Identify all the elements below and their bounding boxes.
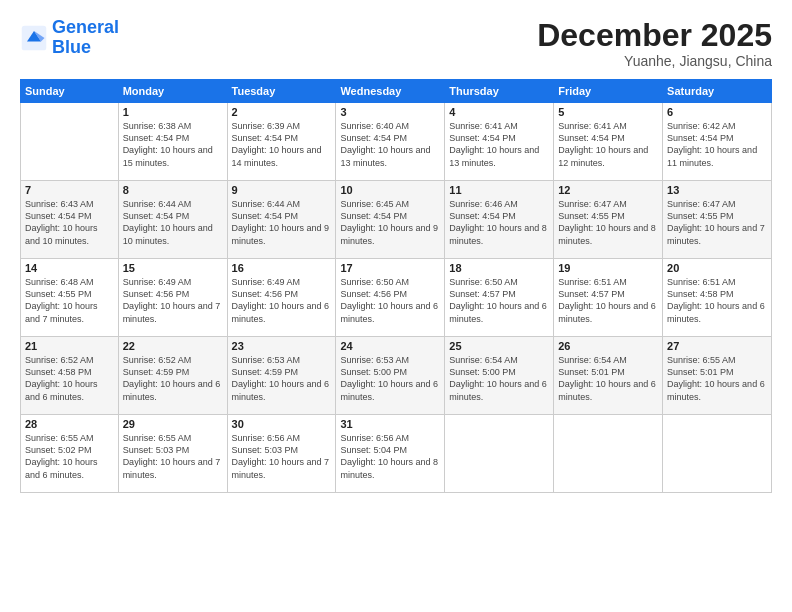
cell-info: Sunrise: 6:50 AMSunset: 4:57 PMDaylight:… [449, 277, 547, 323]
calendar-cell: 7Sunrise: 6:43 AMSunset: 4:54 PMDaylight… [21, 181, 119, 259]
day-number: 8 [123, 184, 223, 196]
day-number: 20 [667, 262, 767, 274]
day-number: 24 [340, 340, 440, 352]
calendar-cell: 11Sunrise: 6:46 AMSunset: 4:54 PMDayligh… [445, 181, 554, 259]
calendar-cell: 4Sunrise: 6:41 AMSunset: 4:54 PMDaylight… [445, 103, 554, 181]
day-number: 19 [558, 262, 658, 274]
cell-info: Sunrise: 6:49 AMSunset: 4:56 PMDaylight:… [123, 277, 221, 323]
calendar-cell: 12Sunrise: 6:47 AMSunset: 4:55 PMDayligh… [554, 181, 663, 259]
weekday-header-tuesday: Tuesday [227, 80, 336, 103]
calendar-cell: 1Sunrise: 6:38 AMSunset: 4:54 PMDaylight… [118, 103, 227, 181]
calendar-cell: 28Sunrise: 6:55 AMSunset: 5:02 PMDayligh… [21, 415, 119, 493]
cell-info: Sunrise: 6:40 AMSunset: 4:54 PMDaylight:… [340, 121, 430, 167]
cell-info: Sunrise: 6:56 AMSunset: 5:03 PMDaylight:… [232, 433, 330, 479]
day-number: 11 [449, 184, 549, 196]
calendar-cell: 27Sunrise: 6:55 AMSunset: 5:01 PMDayligh… [663, 337, 772, 415]
day-number: 5 [558, 106, 658, 118]
calendar-cell: 13Sunrise: 6:47 AMSunset: 4:55 PMDayligh… [663, 181, 772, 259]
weekday-header-sunday: Sunday [21, 80, 119, 103]
calendar-cell [663, 415, 772, 493]
calendar-cell: 23Sunrise: 6:53 AMSunset: 4:59 PMDayligh… [227, 337, 336, 415]
calendar-table: SundayMondayTuesdayWednesdayThursdayFrid… [20, 79, 772, 493]
day-number: 30 [232, 418, 332, 430]
day-number: 26 [558, 340, 658, 352]
cell-info: Sunrise: 6:39 AMSunset: 4:54 PMDaylight:… [232, 121, 322, 167]
day-number: 31 [340, 418, 440, 430]
day-number: 12 [558, 184, 658, 196]
cell-info: Sunrise: 6:55 AMSunset: 5:02 PMDaylight:… [25, 433, 98, 479]
page: General Blue December 2025 Yuanhe, Jiang… [0, 0, 792, 612]
cell-info: Sunrise: 6:53 AMSunset: 5:00 PMDaylight:… [340, 355, 438, 401]
cell-info: Sunrise: 6:41 AMSunset: 4:54 PMDaylight:… [449, 121, 539, 167]
day-number: 13 [667, 184, 767, 196]
day-number: 21 [25, 340, 114, 352]
calendar-cell: 18Sunrise: 6:50 AMSunset: 4:57 PMDayligh… [445, 259, 554, 337]
cell-info: Sunrise: 6:46 AMSunset: 4:54 PMDaylight:… [449, 199, 547, 245]
week-row-3: 14Sunrise: 6:48 AMSunset: 4:55 PMDayligh… [21, 259, 772, 337]
day-number: 29 [123, 418, 223, 430]
day-number: 1 [123, 106, 223, 118]
logo: General Blue [20, 18, 119, 58]
calendar-cell: 17Sunrise: 6:50 AMSunset: 4:56 PMDayligh… [336, 259, 445, 337]
cell-info: Sunrise: 6:55 AMSunset: 5:03 PMDaylight:… [123, 433, 221, 479]
day-number: 15 [123, 262, 223, 274]
cell-info: Sunrise: 6:48 AMSunset: 4:55 PMDaylight:… [25, 277, 98, 323]
cell-info: Sunrise: 6:53 AMSunset: 4:59 PMDaylight:… [232, 355, 330, 401]
cell-info: Sunrise: 6:43 AMSunset: 4:54 PMDaylight:… [25, 199, 98, 245]
cell-info: Sunrise: 6:49 AMSunset: 4:56 PMDaylight:… [232, 277, 330, 323]
cell-info: Sunrise: 6:44 AMSunset: 4:54 PMDaylight:… [123, 199, 213, 245]
weekday-header-friday: Friday [554, 80, 663, 103]
week-row-1: 1Sunrise: 6:38 AMSunset: 4:54 PMDaylight… [21, 103, 772, 181]
calendar-cell [21, 103, 119, 181]
day-number: 28 [25, 418, 114, 430]
title-area: December 2025 Yuanhe, Jiangsu, China [537, 18, 772, 69]
calendar-cell: 10Sunrise: 6:45 AMSunset: 4:54 PMDayligh… [336, 181, 445, 259]
cell-info: Sunrise: 6:42 AMSunset: 4:54 PMDaylight:… [667, 121, 757, 167]
calendar-cell [554, 415, 663, 493]
day-number: 17 [340, 262, 440, 274]
cell-info: Sunrise: 6:50 AMSunset: 4:56 PMDaylight:… [340, 277, 438, 323]
subtitle: Yuanhe, Jiangsu, China [537, 53, 772, 69]
day-number: 3 [340, 106, 440, 118]
calendar-cell: 5Sunrise: 6:41 AMSunset: 4:54 PMDaylight… [554, 103, 663, 181]
week-row-4: 21Sunrise: 6:52 AMSunset: 4:58 PMDayligh… [21, 337, 772, 415]
calendar-cell: 16Sunrise: 6:49 AMSunset: 4:56 PMDayligh… [227, 259, 336, 337]
calendar-cell: 26Sunrise: 6:54 AMSunset: 5:01 PMDayligh… [554, 337, 663, 415]
cell-info: Sunrise: 6:52 AMSunset: 4:58 PMDaylight:… [25, 355, 98, 401]
day-number: 23 [232, 340, 332, 352]
logo-general: General [52, 17, 119, 37]
header-row: SundayMondayTuesdayWednesdayThursdayFrid… [21, 80, 772, 103]
cell-info: Sunrise: 6:52 AMSunset: 4:59 PMDaylight:… [123, 355, 221, 401]
calendar-cell: 20Sunrise: 6:51 AMSunset: 4:58 PMDayligh… [663, 259, 772, 337]
day-number: 7 [25, 184, 114, 196]
calendar-cell: 8Sunrise: 6:44 AMSunset: 4:54 PMDaylight… [118, 181, 227, 259]
calendar-cell: 6Sunrise: 6:42 AMSunset: 4:54 PMDaylight… [663, 103, 772, 181]
calendar-cell: 24Sunrise: 6:53 AMSunset: 5:00 PMDayligh… [336, 337, 445, 415]
weekday-header-thursday: Thursday [445, 80, 554, 103]
header: General Blue December 2025 Yuanhe, Jiang… [20, 18, 772, 69]
calendar-cell: 9Sunrise: 6:44 AMSunset: 4:54 PMDaylight… [227, 181, 336, 259]
day-number: 22 [123, 340, 223, 352]
cell-info: Sunrise: 6:47 AMSunset: 4:55 PMDaylight:… [558, 199, 656, 245]
calendar-cell: 22Sunrise: 6:52 AMSunset: 4:59 PMDayligh… [118, 337, 227, 415]
cell-info: Sunrise: 6:47 AMSunset: 4:55 PMDaylight:… [667, 199, 765, 245]
cell-info: Sunrise: 6:54 AMSunset: 5:00 PMDaylight:… [449, 355, 547, 401]
day-number: 4 [449, 106, 549, 118]
calendar-cell: 29Sunrise: 6:55 AMSunset: 5:03 PMDayligh… [118, 415, 227, 493]
day-number: 6 [667, 106, 767, 118]
cell-info: Sunrise: 6:38 AMSunset: 4:54 PMDaylight:… [123, 121, 213, 167]
day-number: 14 [25, 262, 114, 274]
day-number: 27 [667, 340, 767, 352]
calendar-cell: 25Sunrise: 6:54 AMSunset: 5:00 PMDayligh… [445, 337, 554, 415]
cell-info: Sunrise: 6:45 AMSunset: 4:54 PMDaylight:… [340, 199, 438, 245]
cell-info: Sunrise: 6:54 AMSunset: 5:01 PMDaylight:… [558, 355, 656, 401]
calendar-cell: 2Sunrise: 6:39 AMSunset: 4:54 PMDaylight… [227, 103, 336, 181]
logo-text: General Blue [52, 18, 119, 58]
calendar-cell: 3Sunrise: 6:40 AMSunset: 4:54 PMDaylight… [336, 103, 445, 181]
week-row-2: 7Sunrise: 6:43 AMSunset: 4:54 PMDaylight… [21, 181, 772, 259]
calendar-cell: 21Sunrise: 6:52 AMSunset: 4:58 PMDayligh… [21, 337, 119, 415]
day-number: 10 [340, 184, 440, 196]
weekday-header-monday: Monday [118, 80, 227, 103]
day-number: 9 [232, 184, 332, 196]
calendar-cell: 15Sunrise: 6:49 AMSunset: 4:56 PMDayligh… [118, 259, 227, 337]
